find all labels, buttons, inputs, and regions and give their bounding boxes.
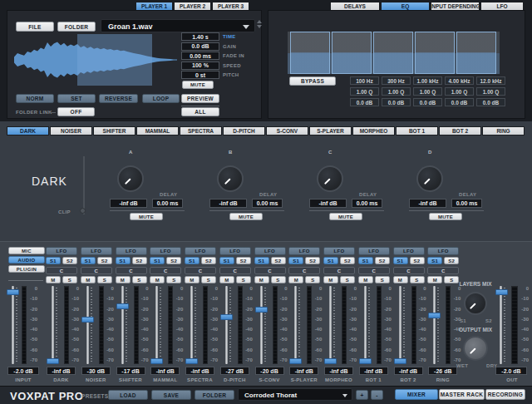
fader-handle[interactable] [81, 317, 94, 323]
eq-freq-4[interactable]: 4.00 kHz [445, 76, 474, 85]
tab-module-morpheo[interactable]: MORPHEO [352, 126, 395, 135]
tab-module-s-player[interactable]: S-PLAYER [309, 126, 352, 135]
sample-dropdown[interactable]: Groan 1.wav [101, 19, 255, 32]
c-button[interactable]: C [116, 267, 147, 274]
m-button[interactable]: M [427, 276, 442, 283]
delay-value-b[interactable]: 0.00 ms [252, 199, 283, 208]
lfo-button[interactable]: LFO [358, 247, 390, 255]
s1-button[interactable]: S1 [358, 257, 373, 264]
waveform-selection[interactable] [77, 34, 152, 86]
m-button[interactable]: M [288, 276, 303, 283]
m-button[interactable]: M [393, 276, 408, 283]
s1-button[interactable]: S1 [116, 257, 131, 264]
eq-gain-5[interactable]: 0.0 dB [476, 98, 505, 106]
s-button[interactable]: S [375, 276, 390, 283]
s1-button[interactable]: S1 [81, 257, 96, 264]
channel-value[interactable]: -17 dB [116, 367, 145, 375]
s2-button[interactable]: S2 [410, 257, 425, 264]
channel-value[interactable]: -20 dB [255, 367, 284, 375]
eq-band-3[interactable] [373, 32, 413, 74]
s2-button[interactable]: S2 [62, 257, 77, 264]
s2-button[interactable]: S2 [340, 257, 355, 264]
param-value-time[interactable]: 1.40 s [181, 32, 219, 41]
eq-band-1[interactable] [290, 32, 330, 74]
player-set-button[interactable]: SET [57, 94, 96, 103]
eq-q-4[interactable]: 1.00 Q [445, 87, 474, 96]
c-button[interactable]: C [288, 267, 320, 274]
lfo-button[interactable]: LFO [81, 247, 112, 255]
folder-link-off-button[interactable]: OFF [57, 107, 95, 116]
fader-handle[interactable] [7, 289, 19, 295]
param-value-fade-in[interactable]: 0.00 ms [181, 52, 219, 60]
channel-value[interactable]: -inf dB [394, 367, 423, 375]
param-value-speed[interactable]: 100 % [181, 62, 219, 70]
fader-handle[interactable] [47, 358, 59, 364]
level-value-c[interactable]: -inf dB [309, 199, 347, 208]
level-knob-d[interactable] [416, 165, 443, 192]
lfo-button[interactable]: LFO [254, 247, 286, 255]
channel-value[interactable]: -inf dB [185, 367, 214, 375]
lfo-button[interactable]: LFO [427, 247, 459, 255]
fader-handle[interactable] [185, 358, 198, 364]
s-button[interactable]: S [340, 276, 355, 283]
eq-band-4[interactable] [415, 32, 455, 74]
s2-button[interactable]: S2 [236, 257, 251, 264]
preset-folder-button[interactable]: FOLDER [195, 390, 234, 400]
tab-module-shifter[interactable]: SHIFTER [93, 126, 135, 135]
c-button[interactable]: C [254, 267, 286, 274]
delay-value-a[interactable]: 0.00 ms [152, 199, 183, 208]
eq-graph[interactable] [288, 32, 500, 74]
fader-handle[interactable] [220, 314, 233, 320]
tab-module-bot-1[interactable]: BOT 1 [396, 126, 438, 135]
s1-button[interactable]: S1 [185, 257, 200, 264]
level-knob-a[interactable] [117, 165, 144, 192]
channel-value[interactable]: -26 dB [428, 367, 457, 375]
layers-mix-knob[interactable] [464, 292, 487, 315]
folder-button[interactable]: FOLDER [57, 22, 96, 32]
s-button[interactable]: S [305, 276, 320, 283]
m-button[interactable]: M [150, 276, 165, 283]
level-knob-b[interactable] [217, 165, 244, 192]
lfo-button[interactable]: LFO [288, 247, 320, 255]
tab-module-dark[interactable]: DARK [7, 126, 49, 135]
c-button[interactable]: C [81, 267, 112, 274]
s2-button[interactable]: S2 [375, 257, 390, 264]
m-button[interactable]: M [116, 276, 131, 283]
c-button[interactable]: C [46, 267, 77, 274]
fader-handle[interactable] [359, 358, 372, 364]
fader-handle[interactable] [324, 358, 337, 364]
delay-value-d[interactable]: 0.00 ms [451, 199, 482, 208]
lfo-button[interactable]: LFO [150, 247, 181, 255]
c-button[interactable]: C [393, 267, 425, 274]
fader-handle[interactable] [394, 358, 406, 364]
fader-handle[interactable] [116, 303, 129, 309]
fader-handle[interactable] [289, 358, 302, 364]
c-button[interactable]: C [358, 267, 390, 274]
mute-button-a[interactable]: MUTE [130, 213, 163, 220]
s1-button[interactable]: S1 [288, 257, 303, 264]
level-value-a[interactable]: -inf dB [110, 199, 147, 208]
m-button[interactable]: M [323, 276, 338, 283]
m-button[interactable]: M [358, 276, 373, 283]
channel-value[interactable]: -inf dB [359, 367, 388, 375]
fader-handle[interactable] [428, 313, 441, 318]
c-button[interactable]: C [323, 267, 355, 274]
tab-module-s-conv[interactable]: S-CONV [266, 126, 308, 135]
level-value-b[interactable]: -inf dB [209, 199, 247, 208]
s-button[interactable]: S [410, 276, 425, 283]
s1-button[interactable]: S1 [46, 257, 61, 264]
channel-value[interactable]: -inf dB [289, 367, 318, 375]
eq-freq-5[interactable]: 12.0 kHz [476, 76, 505, 85]
tab-module-noiser[interactable]: NOISER [50, 126, 92, 135]
lfo-button[interactable]: LFO [185, 247, 216, 255]
tab-module-mammal[interactable]: MAMMAL [136, 126, 179, 135]
sample-spinner[interactable] [257, 20, 262, 28]
lfo-button[interactable]: LFO [393, 247, 425, 255]
preset-dropdown[interactable]: Corroded Thorat [238, 388, 352, 401]
param-value-pitch[interactable]: 0 st [181, 71, 219, 79]
player-norm-button[interactable]: NORM [16, 94, 54, 103]
channel-value[interactable]: -30 dB [81, 367, 111, 375]
s-button[interactable]: S [97, 276, 112, 283]
s-button[interactable]: S [62, 276, 77, 283]
eq-band-5[interactable] [456, 32, 496, 74]
